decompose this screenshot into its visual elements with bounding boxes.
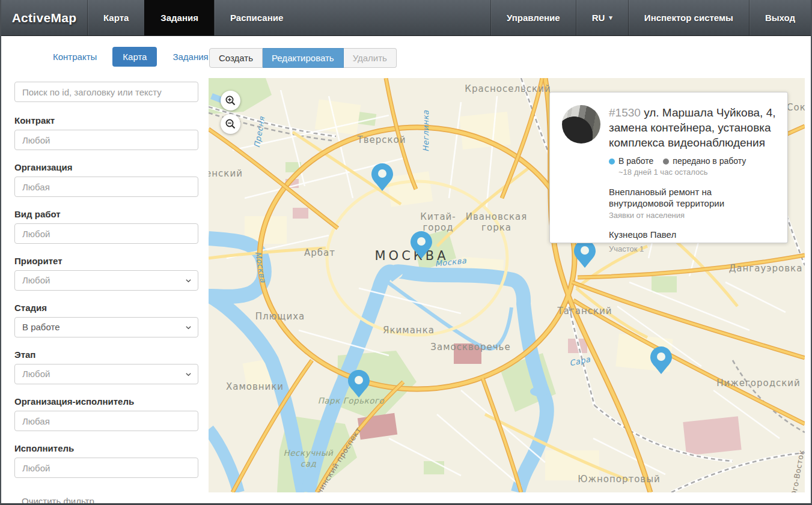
task-title: #1530 ул. Маршала Чуйкова, 4, замена кон… bbox=[609, 105, 777, 150]
delete-button[interactable]: Удалить bbox=[344, 48, 397, 68]
task-popup-body: В работе передано в работу ~18 дней 1 ча… bbox=[609, 156, 777, 253]
language-label: RU bbox=[592, 13, 605, 23]
map-marker[interactable] bbox=[347, 369, 370, 398]
filter-priority: Приоритет Любой bbox=[14, 256, 198, 291]
link-contracts[interactable]: Контракты bbox=[53, 52, 97, 62]
sub-navbar: Контракты Карта Задания Создать Редактир… bbox=[1, 36, 811, 78]
nav-tab-schedule-label: Расписание bbox=[230, 13, 283, 23]
top-navbar: ActiveMap Карта Задания Расписание Управ… bbox=[1, 0, 811, 36]
filter-worktype-label: Вид работ bbox=[14, 209, 198, 219]
task-popup-head: #1530 ул. Маршала Чуйкова, 4, замена кон… bbox=[562, 105, 777, 150]
filter-priority-value: Любой bbox=[22, 275, 50, 285]
nav-tab-schedule[interactable]: Расписание bbox=[214, 0, 299, 35]
filter-phase-label: Этап bbox=[14, 349, 198, 360]
stage-label: В работе bbox=[618, 156, 653, 166]
filter-stage-select[interactable]: В работе bbox=[14, 317, 198, 337]
magnifier-minus-icon bbox=[225, 118, 236, 130]
task-toolbar: Создать Редактировать Удалить bbox=[209, 48, 397, 68]
filter-phase-select[interactable]: Любой bbox=[14, 364, 198, 384]
filter-priority-select[interactable]: Любой bbox=[14, 270, 198, 291]
chevron-down-icon bbox=[185, 324, 192, 331]
filter-organization-label: Организация bbox=[14, 162, 198, 172]
filter-executor-label: Исполнитель bbox=[14, 443, 198, 453]
filter-worktype: Вид работ bbox=[14, 209, 198, 244]
filter-contractor-org-label: Организация-исполнитель bbox=[14, 396, 198, 407]
filter-stage: Стадия В работе bbox=[14, 303, 198, 337]
app-window: ActiveMap Карта Задания Расписание Управ… bbox=[0, 0, 812, 505]
filters-sidebar: Контракт Организация Вид работ Приоритет… bbox=[1, 78, 209, 505]
status-dot-icon bbox=[663, 159, 669, 165]
nav-tab-tasks-label: Задания bbox=[160, 13, 198, 23]
nav-tab-map-label: Карта bbox=[103, 13, 129, 23]
chevron-down-icon bbox=[185, 371, 192, 378]
filter-phase-value: Любой bbox=[22, 369, 50, 379]
task-time-left: ~18 дней 1 час осталось bbox=[618, 168, 777, 177]
chevron-down-icon: ▾ bbox=[609, 14, 612, 22]
task-assignee: Кузнецов Павел bbox=[609, 229, 777, 240]
language-dropdown[interactable]: RU▾ bbox=[576, 0, 628, 35]
filter-stage-value: В работе bbox=[22, 322, 60, 332]
task-contract: Заявки от населения bbox=[609, 211, 777, 220]
link-map-active[interactable]: Карта bbox=[112, 47, 157, 67]
nav-spacer bbox=[299, 0, 490, 35]
filter-contract-label: Контракт bbox=[14, 115, 198, 125]
task-id: #1530 bbox=[609, 106, 641, 119]
filter-contractor-org-input[interactable] bbox=[14, 411, 198, 431]
filter-contract-input[interactable] bbox=[14, 130, 198, 150]
logout-button[interactable]: Выход bbox=[749, 0, 811, 35]
stage-dot-icon bbox=[609, 159, 615, 165]
filter-stage-label: Стадия bbox=[14, 303, 198, 313]
chevron-down-icon bbox=[185, 277, 192, 284]
nav-tab-management[interactable]: Управление bbox=[490, 0, 576, 35]
filter-executor-input[interactable] bbox=[14, 458, 198, 478]
task-photo-thumbnail[interactable] bbox=[562, 105, 600, 144]
subnav-links: Контракты Карта Задания bbox=[53, 52, 209, 62]
status-label: передано в работу bbox=[673, 156, 746, 166]
task-org: Участок 1 bbox=[609, 244, 777, 253]
map-marker[interactable] bbox=[410, 231, 433, 259]
filter-contractor-org: Организация-исполнитель bbox=[14, 396, 198, 431]
filter-organization-input[interactable] bbox=[14, 177, 198, 197]
filter-organization: Организация bbox=[14, 162, 198, 197]
search-box bbox=[14, 82, 198, 102]
logout-label: Выход bbox=[765, 13, 795, 23]
filter-phase: Этап Любой bbox=[14, 349, 198, 384]
stage-item: В работе bbox=[609, 156, 653, 166]
task-popup[interactable]: #1530 ул. Маршала Чуйкова, 4, замена кон… bbox=[549, 92, 788, 243]
map-marker[interactable] bbox=[573, 240, 596, 268]
map-marker[interactable] bbox=[371, 163, 394, 192]
nav-tab-inspector-label: Инспектор системы bbox=[644, 13, 733, 23]
clear-filter-link[interactable]: Очистить фильтр bbox=[22, 496, 94, 505]
search-input[interactable] bbox=[14, 82, 198, 102]
map[interactable]: Красносельский Сокольники Пресненский Тв… bbox=[209, 78, 805, 492]
map-marker[interactable] bbox=[650, 346, 673, 375]
task-status-line: В работе передано в работу bbox=[609, 156, 777, 166]
filter-contract: Контракт bbox=[14, 115, 198, 150]
nav-tab-tasks[interactable]: Задания bbox=[144, 0, 214, 35]
nav-tab-inspector[interactable]: Инспектор системы bbox=[628, 0, 749, 35]
task-work-type: Внеплановый ремонт на внутридомовой терр… bbox=[609, 186, 777, 209]
magnifier-plus-icon bbox=[225, 95, 236, 106]
filter-priority-label: Приоритет bbox=[14, 256, 198, 266]
edit-button[interactable]: Редактировать bbox=[263, 48, 344, 68]
nav-tab-management-label: Управление bbox=[507, 13, 560, 23]
zoom-in-button[interactable] bbox=[221, 91, 240, 110]
link-tasks[interactable]: Задания bbox=[172, 52, 208, 62]
filter-executor: Исполнитель bbox=[14, 443, 198, 478]
nav-tab-map[interactable]: Карта bbox=[87, 0, 144, 35]
create-button[interactable]: Создать bbox=[209, 48, 263, 68]
app-logo: ActiveMap bbox=[1, 0, 87, 35]
status-item: передано в работу bbox=[663, 156, 746, 166]
filter-worktype-input[interactable] bbox=[14, 223, 198, 244]
zoom-out-button[interactable] bbox=[221, 114, 240, 134]
